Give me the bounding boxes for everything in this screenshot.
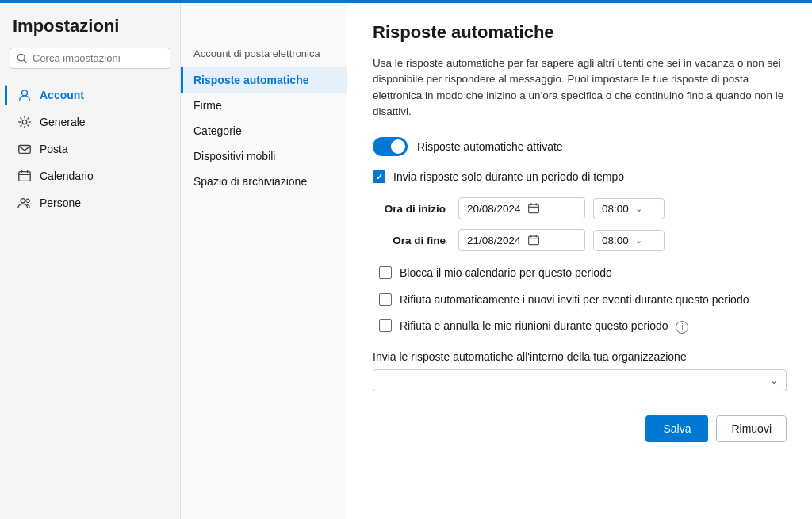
sidebar-title: Impostazioni xyxy=(0,16,180,48)
gear-icon xyxy=(17,115,32,129)
start-label: Ora di inizio xyxy=(379,203,458,215)
end-time-chevron: ⌄ xyxy=(635,235,642,246)
sub-item-risposte[interactable]: Risposte automatiche xyxy=(181,67,347,93)
calendar-end-icon xyxy=(527,234,540,246)
sidebar-item-calendario[interactable]: Calendario xyxy=(5,162,175,189)
start-date-picker[interactable]: 20/08/2024 xyxy=(458,197,585,219)
svg-rect-4 xyxy=(19,146,30,154)
mail-icon xyxy=(17,142,32,156)
search-box[interactable] xyxy=(10,48,170,69)
sidebar-item-account[interactable]: Account xyxy=(5,82,175,109)
calendar-start-icon xyxy=(527,202,540,215)
sub-item-firme[interactable]: Firme xyxy=(181,93,347,118)
opt-checkbox-blocca[interactable] xyxy=(379,266,392,279)
sub-panel-header: Account di posta elettronica xyxy=(181,43,347,67)
svg-rect-8 xyxy=(528,204,538,212)
bottom-buttons: Salva Rimuovi xyxy=(373,407,787,442)
org-dropdown[interactable]: ⌄ xyxy=(373,369,787,391)
end-row: Ora di fine 21/08/2024 08:00 ⌄ xyxy=(379,229,787,251)
sub-panel: Account di posta elettronica Risposte au… xyxy=(181,3,347,519)
period-checkbox-row: Invia risposte solo durante un periodo d… xyxy=(373,170,787,183)
opt-checkbox-rifiuta[interactable] xyxy=(379,293,392,306)
sub-item-archiviazione[interactable]: Spazio di archiviazione xyxy=(181,169,347,194)
org-label: Invia le risposte automatiche all'intern… xyxy=(373,350,787,363)
sidebar-item-posta[interactable]: Posta xyxy=(5,135,175,162)
end-date-value: 21/08/2024 xyxy=(467,235,521,246)
people-icon xyxy=(17,196,32,210)
org-dropdown-chevron: ⌄ xyxy=(770,375,778,386)
end-time-value: 08:00 xyxy=(602,235,629,246)
sub-item-dispositivi[interactable]: Dispositivi mobili xyxy=(181,143,347,169)
calendar-icon xyxy=(17,169,32,183)
end-label: Ora di fine xyxy=(379,235,458,246)
start-time-picker[interactable]: 08:00 ⌄ xyxy=(593,198,665,219)
period-checkbox-label: Invia risposte solo durante un periodo d… xyxy=(393,170,624,183)
end-time-picker[interactable]: 08:00 ⌄ xyxy=(593,230,665,251)
sub-item-categorie[interactable]: Categorie xyxy=(181,118,347,143)
start-date-value: 20/08/2024 xyxy=(467,203,521,215)
sidebar: Impostazioni Account Generale xyxy=(0,3,181,519)
sidebar-item-posta-label: Posta xyxy=(40,143,68,155)
svg-point-3 xyxy=(22,120,26,124)
remove-button[interactable]: Rimuovi xyxy=(716,415,787,442)
opt-checkbox-annulla[interactable] xyxy=(379,319,392,332)
svg-point-2 xyxy=(21,90,27,96)
svg-point-6 xyxy=(21,199,25,203)
org-section: Invia le risposte automatiche all'intern… xyxy=(373,350,787,391)
page-title: Risposte automatiche xyxy=(373,22,787,43)
opt-row-annulla: Rifiuta e annulla le mie riunioni durant… xyxy=(379,319,787,334)
sidebar-item-persone-label: Persone xyxy=(40,197,81,209)
sidebar-item-generale[interactable]: Generale xyxy=(5,109,175,135)
svg-rect-5 xyxy=(19,172,30,181)
description-text: Usa le risposte automatiche per far sape… xyxy=(373,55,787,120)
datetime-section: Ora di inizio 20/08/2024 08:00 ⌄ Ora di … xyxy=(379,197,787,251)
person-icon xyxy=(17,88,32,102)
info-icon-annulla[interactable]: i xyxy=(676,321,688,334)
start-time-chevron: ⌄ xyxy=(635,204,642,214)
save-button[interactable]: Salva xyxy=(645,415,708,442)
main-content: Risposte automatiche Usa le risposte aut… xyxy=(347,3,812,519)
sidebar-item-persone[interactable]: Persone xyxy=(5,189,175,216)
auto-reply-toggle[interactable] xyxy=(373,137,408,156)
opt-label-blocca: Blocca il mio calendario per questo peri… xyxy=(400,265,612,281)
start-row: Ora di inizio 20/08/2024 08:00 ⌄ xyxy=(379,197,787,219)
opt-row-rifiuta: Rifiuta automaticamente i nuovi inviti p… xyxy=(379,292,787,308)
start-time-value: 08:00 xyxy=(602,203,629,215)
sidebar-item-calendario-label: Calendario xyxy=(40,170,94,182)
sidebar-item-account-label: Account xyxy=(40,89,84,101)
toggle-label: Risposte automatiche attivate xyxy=(417,140,563,153)
svg-line-1 xyxy=(24,60,26,63)
sidebar-item-generale-label: Generale xyxy=(40,116,86,128)
option-checkboxes: Blocca il mio calendario per questo peri… xyxy=(379,265,787,334)
end-date-picker[interactable]: 21/08/2024 xyxy=(458,229,585,251)
toggle-row: Risposte automatiche attivate xyxy=(373,137,787,156)
opt-label-annulla: Rifiuta e annulla le mie riunioni durant… xyxy=(400,319,688,334)
svg-point-7 xyxy=(26,199,30,203)
opt-row-blocca: Blocca il mio calendario per questo peri… xyxy=(379,265,787,281)
opt-label-rifiuta: Rifiuta automaticamente i nuovi inviti p… xyxy=(400,292,749,308)
period-checkbox[interactable] xyxy=(373,170,385,183)
search-icon xyxy=(17,53,28,64)
search-input[interactable] xyxy=(33,52,163,64)
svg-rect-9 xyxy=(528,236,538,244)
